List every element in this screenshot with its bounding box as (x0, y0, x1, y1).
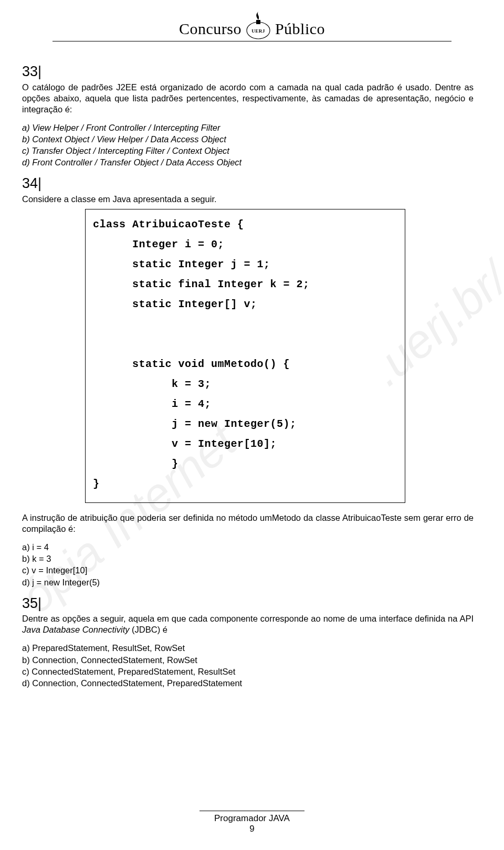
q34-opt-a: a) i = 4 (22, 542, 474, 553)
q34-intro: Considere a classe em Java apresentada a… (22, 194, 474, 205)
q35-opt-c: c) ConnectedStatement, PreparedStatement… (22, 666, 474, 677)
page-header: Concurso UERJ Público (0, 0, 504, 41)
q33-opt-c: c) Transfer Object / Intercepting Filter… (22, 145, 474, 156)
page-content: 33| O catálogo de padrões J2EE está orga… (0, 41, 504, 689)
q33-text: O catálogo de padrões J2EE está organiza… (22, 82, 474, 115)
q34-number: 34| (22, 174, 474, 193)
header-title-left: Concurso (179, 20, 242, 38)
q35-text-part1: Dentre as opções a seguir, aquela em que… (22, 614, 474, 623)
q35-number: 35| (22, 594, 474, 613)
q34-opt-b: b) k = 3 (22, 553, 474, 564)
q33-opt-d: d) Front Controller / Transfer Object / … (22, 157, 474, 168)
q33-opt-a: a) View Helper / Front Controller / Inte… (22, 122, 474, 133)
q35-text-part2: (JDBC) é (130, 625, 167, 634)
q35-options: a) PreparedStatement, ResultSet, RowSet … (22, 643, 474, 688)
page-footer: Programador JAVA 9 (0, 811, 504, 834)
q34-opt-d: d) j = new Integer(5) (22, 577, 474, 588)
q33-options: a) View Helper / Front Controller / Inte… (22, 122, 474, 168)
uerj-logo-icon: UERJ (244, 9, 273, 41)
svg-rect-1 (256, 20, 260, 24)
q35-opt-a: a) PreparedStatement, ResultSet, RowSet (22, 643, 474, 654)
q35-text-italic: Java Database Connectivity (22, 625, 130, 634)
footer-title: Programador JAVA (0, 813, 504, 824)
footer-page-number: 9 (0, 824, 504, 834)
footer-rule (200, 811, 304, 811)
q35-text: Dentre as opções a seguir, aquela em que… (22, 613, 474, 635)
q34-options: a) i = 4 b) k = 3 c) v = Integer[10] d) … (22, 542, 474, 587)
q35-opt-d: d) Connection, ConnectedStatement, Prepa… (22, 678, 474, 689)
header-title-right: Público (275, 20, 325, 38)
svg-text:UERJ: UERJ (251, 28, 265, 34)
q33-number: 33| (22, 62, 474, 81)
q35-opt-b: b) Connection, ConnectedStatement, RowSe… (22, 655, 474, 666)
q34-opt-c: c) v = Integer[10] (22, 565, 474, 576)
q34-text2: A instrução de atribuição que poderia se… (22, 512, 474, 534)
q33-opt-b: b) Context Object / View Helper / Data A… (22, 134, 474, 145)
q34-code-box: class AtribuicaoTeste { Integer i = 0; s… (85, 209, 405, 503)
